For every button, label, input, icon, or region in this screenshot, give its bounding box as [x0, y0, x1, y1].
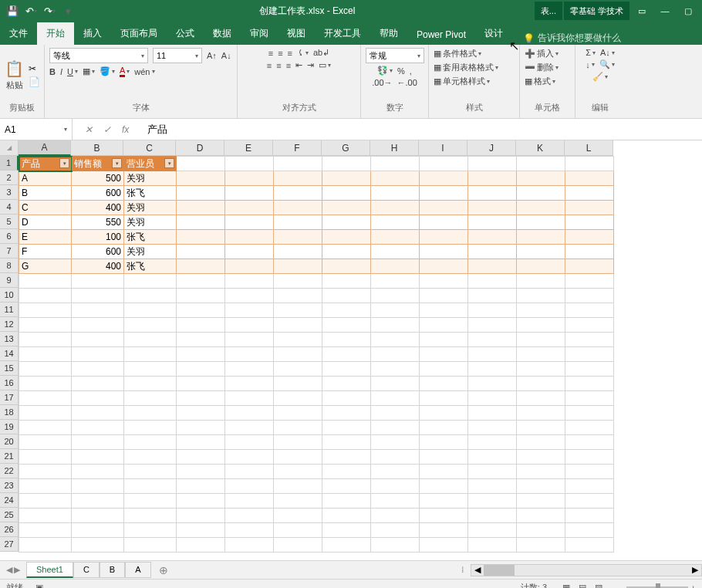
cell-D11[interactable] — [177, 303, 225, 318]
cell-B10[interactable] — [72, 289, 124, 303]
cell-K4[interactable] — [517, 201, 565, 215]
cell-J16[interactable] — [468, 377, 517, 391]
macro-record-icon[interactable]: ▣ — [35, 583, 43, 588]
row-header-19[interactable]: 19 — [0, 420, 19, 434]
cell-G15[interactable] — [322, 362, 371, 377]
cell-J24[interactable] — [468, 494, 517, 509]
row-header-16[interactable]: 16 — [0, 376, 19, 390]
insert-cells-button[interactable]: ➕ 插入 ▾ — [525, 48, 559, 59]
name-box[interactable]: A1▾ — [0, 119, 73, 140]
cell-L13[interactable] — [565, 333, 614, 347]
cell-F11[interactable] — [274, 303, 322, 318]
cell-I22[interactable] — [420, 465, 468, 479]
cell-K15[interactable] — [517, 362, 565, 377]
cell-G19[interactable] — [322, 421, 371, 435]
cell-D19[interactable] — [177, 421, 225, 435]
cell-G7[interactable] — [322, 245, 371, 259]
cell-E3[interactable] — [225, 186, 274, 201]
cell-I15[interactable] — [420, 362, 468, 377]
cell-H2[interactable] — [371, 171, 420, 186]
cell-A9[interactable] — [19, 274, 72, 289]
cell-E25[interactable] — [225, 509, 274, 523]
cell-C22[interactable] — [124, 465, 177, 479]
cell-F14[interactable] — [274, 347, 322, 362]
cell-B12[interactable] — [72, 318, 124, 333]
cut-icon[interactable]: ✂ — [29, 63, 40, 74]
cell-A14[interactable] — [19, 347, 72, 362]
cell-K8[interactable] — [517, 259, 565, 274]
cell-G12[interactable] — [322, 318, 371, 333]
cell-C9[interactable] — [124, 274, 177, 289]
tab-power-pivot[interactable]: Power Pivot — [407, 25, 475, 45]
cell-E5[interactable] — [225, 215, 274, 230]
orientation-icon[interactable]: ⤹▾ — [297, 48, 309, 58]
cell-C13[interactable] — [124, 333, 177, 347]
row-header-21[interactable]: 21 — [0, 449, 19, 464]
cell-G27[interactable] — [322, 538, 371, 553]
cell-K6[interactable] — [517, 230, 565, 245]
delete-cells-button[interactable]: ➖ 删除 ▾ — [525, 62, 559, 73]
format-as-table-button[interactable]: ▦ 套用表格格式 ▾ — [434, 62, 498, 73]
cell-B5[interactable]: 550 — [72, 215, 124, 230]
cell-C5[interactable]: 关羽 — [124, 215, 177, 230]
sheet-tab-C[interactable]: C — [73, 562, 100, 578]
row-header-24[interactable]: 24 — [0, 493, 19, 508]
cell-H25[interactable] — [371, 509, 420, 523]
cell-C17[interactable] — [124, 391, 177, 406]
cell-F1[interactable] — [274, 157, 322, 171]
cell-J21[interactable] — [468, 450, 517, 465]
cell-C20[interactable] — [124, 435, 177, 450]
cell-B2[interactable]: 500 — [72, 171, 124, 186]
cell-F4[interactable] — [274, 201, 322, 215]
cell-I17[interactable] — [420, 391, 468, 406]
cell-I3[interactable] — [420, 186, 468, 201]
cell-B22[interactable] — [72, 465, 124, 479]
cell-J1[interactable] — [468, 157, 517, 171]
cell-D5[interactable] — [177, 215, 225, 230]
cell-E10[interactable] — [225, 289, 274, 303]
row-header-7[interactable]: 7 — [0, 244, 19, 259]
cell-C23[interactable] — [124, 479, 177, 494]
enter-icon[interactable]: ✓ — [103, 124, 111, 135]
cell-E11[interactable] — [225, 303, 274, 318]
cell-K9[interactable] — [517, 274, 565, 289]
cell-K7[interactable] — [517, 245, 565, 259]
cell-H24[interactable] — [371, 494, 420, 509]
cell-F23[interactable] — [274, 479, 322, 494]
cell-F8[interactable] — [274, 259, 322, 274]
cell-F26[interactable] — [274, 523, 322, 538]
cell-A11[interactable] — [19, 303, 72, 318]
row-header-10[interactable]: 10 — [0, 288, 19, 302]
cell-G14[interactable] — [322, 347, 371, 362]
cell-B3[interactable]: 600 — [72, 186, 124, 201]
currency-icon[interactable]: 💱▾ — [377, 66, 393, 76]
cell-L12[interactable] — [565, 318, 614, 333]
cell-H20[interactable] — [371, 435, 420, 450]
cell-B27[interactable] — [72, 538, 124, 553]
row-header-4[interactable]: 4 — [0, 200, 19, 215]
cell-D3[interactable] — [177, 186, 225, 201]
cell-B11[interactable] — [72, 303, 124, 318]
zoom-out-icon[interactable]: − — [618, 583, 623, 589]
column-header-L[interactable]: L — [565, 140, 613, 156]
cell-D20[interactable] — [177, 435, 225, 450]
cell-J4[interactable] — [468, 201, 517, 215]
cell-B6[interactable]: 100 — [72, 230, 124, 245]
column-header-D[interactable]: D — [176, 140, 224, 156]
cell-H1[interactable] — [371, 157, 420, 171]
cell-F18[interactable] — [274, 406, 322, 421]
cell-L6[interactable] — [565, 230, 614, 245]
cell-styles-button[interactable]: ▦ 单元格样式 ▾ — [434, 76, 490, 87]
cell-K11[interactable] — [517, 303, 565, 318]
cell-K12[interactable] — [517, 318, 565, 333]
row-header-25[interactable]: 25 — [0, 508, 19, 522]
minimize-icon[interactable]: — — [654, 2, 676, 20]
cell-C12[interactable] — [124, 318, 177, 333]
cell-I18[interactable] — [420, 406, 468, 421]
cell-H12[interactable] — [371, 318, 420, 333]
filter-button-icon[interactable]: ▾ — [164, 158, 174, 168]
cell-B17[interactable] — [72, 391, 124, 406]
cell-L15[interactable] — [565, 362, 614, 377]
cell-H10[interactable] — [371, 289, 420, 303]
cell-L5[interactable] — [565, 215, 614, 230]
